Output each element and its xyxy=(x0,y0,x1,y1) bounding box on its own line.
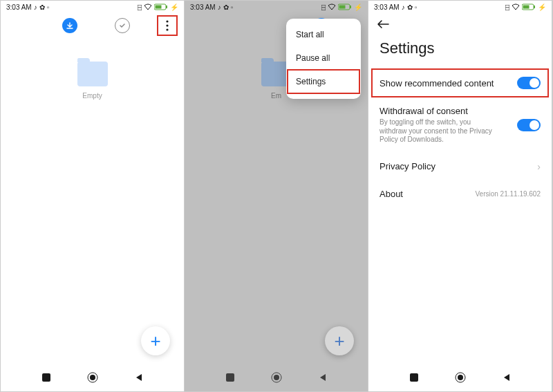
download-icon xyxy=(66,22,73,29)
tiktok-icon: ♪ xyxy=(402,3,405,11)
wifi-icon xyxy=(512,3,520,10)
status-bar: 3:03 AM ♪ ✿ ▫ ⌸ ⚡ xyxy=(368,1,552,13)
gear-icon: ✿ xyxy=(39,3,45,11)
svg-rect-17 xyxy=(534,6,535,8)
empty-label: Empty xyxy=(82,92,102,100)
page-title: Settings xyxy=(368,35,552,68)
svg-rect-18 xyxy=(410,373,418,382)
toolbar xyxy=(1,13,184,38)
add-fab[interactable]: + xyxy=(141,326,170,355)
battery-icon xyxy=(522,3,536,10)
empty-label: Em xyxy=(271,92,281,100)
battery-icon xyxy=(338,3,352,10)
menu-item-start-all[interactable]: Start all xyxy=(286,23,361,46)
toggle-show-recommended[interactable] xyxy=(517,77,541,89)
empty-state: Empty xyxy=(1,62,184,100)
battery-icon xyxy=(154,3,168,10)
svg-rect-10 xyxy=(339,6,346,9)
tiktok-icon: ♪ xyxy=(218,3,221,11)
svg-rect-6 xyxy=(42,373,50,382)
wifi-icon xyxy=(144,3,152,10)
wifi-icon xyxy=(328,3,336,10)
screen-settings: 3:03 AM ♪ ✿ ▫ ⌸ ⚡ Settings Show recommen… xyxy=(368,1,552,391)
overflow-menu-button[interactable] xyxy=(158,16,177,35)
setting-show-recommended[interactable]: Show recommended content xyxy=(371,68,549,97)
cast-icon: ⌸ xyxy=(321,3,326,11)
svg-rect-2 xyxy=(166,6,167,8)
setting-sublabel: By toggling off the switch, you withdraw… xyxy=(379,118,497,144)
status-time: 3:03 AM xyxy=(190,3,216,11)
nav-bar xyxy=(185,368,368,387)
cast-icon: ⌸ xyxy=(138,3,142,11)
svg-point-20 xyxy=(458,375,463,380)
recents-button[interactable] xyxy=(225,373,235,382)
cast-icon: ⌸ xyxy=(505,3,509,11)
gear-icon: ✿ xyxy=(223,3,229,11)
check-icon xyxy=(119,22,126,29)
home-button[interactable] xyxy=(271,372,282,383)
back-arrow-button[interactable] xyxy=(377,19,389,29)
chevron-right-icon: › xyxy=(537,161,541,172)
screen-downloads-home: 3:03 AM ♪ ✿ ▫ ⌸ ⚡ Empty + xyxy=(1,1,185,391)
folder-icon xyxy=(77,62,108,86)
menu-item-pause-all[interactable]: Pause all xyxy=(286,46,361,70)
bolt-icon: ⚡ xyxy=(354,3,362,11)
svg-point-4 xyxy=(166,24,168,26)
select-button[interactable] xyxy=(115,18,130,33)
setting-privacy-policy[interactable]: Privacy Policy › xyxy=(368,153,552,180)
nav-bar xyxy=(368,368,552,387)
svg-point-8 xyxy=(90,375,95,380)
plus-icon: + xyxy=(334,330,344,352)
more-vertical-icon xyxy=(166,20,169,31)
setting-label: About xyxy=(379,189,403,199)
status-time: 3:03 AM xyxy=(374,3,400,11)
recents-button[interactable] xyxy=(409,373,419,382)
setting-label: Show recommended content xyxy=(379,78,494,88)
svg-rect-12 xyxy=(226,373,234,382)
svg-point-5 xyxy=(166,28,168,30)
overflow-popup: Start all Pause all Settings xyxy=(286,19,361,99)
plus-icon: + xyxy=(150,330,160,352)
svg-rect-11 xyxy=(350,6,351,8)
add-fab[interactable]: + xyxy=(325,326,354,355)
svg-point-3 xyxy=(166,20,168,22)
nav-bar xyxy=(1,368,184,387)
downloading-button[interactable] xyxy=(62,18,77,33)
svg-point-14 xyxy=(274,375,279,380)
status-bar: 3:03 AM ♪ ✿ ▫ ⌸ ⚡ xyxy=(1,1,184,13)
svg-rect-1 xyxy=(156,6,162,9)
back-button[interactable] xyxy=(502,373,512,382)
home-button[interactable] xyxy=(87,372,98,383)
placeholder-icon: ▫ xyxy=(415,3,418,11)
screen-overflow-menu-open: 3:03 AM ♪ ✿ ▫ ⌸ ⚡ Em Start all Pause all… xyxy=(185,1,368,391)
status-bar: 3:03 AM ♪ ✿ ▫ ⌸ ⚡ xyxy=(185,1,368,13)
tiktok-icon: ♪ xyxy=(34,3,37,11)
setting-about[interactable]: About Version 21.11.19.602 xyxy=(368,180,552,207)
svg-rect-16 xyxy=(523,6,529,9)
gear-icon: ✿ xyxy=(407,3,413,11)
placeholder-icon: ▫ xyxy=(47,3,50,11)
setting-label: Withdrawal of consent xyxy=(379,106,497,116)
status-time: 3:03 AM xyxy=(6,3,32,11)
recents-button[interactable] xyxy=(41,373,51,382)
version-text: Version 21.11.19.602 xyxy=(475,190,541,198)
toggle-withdrawal-consent[interactable] xyxy=(517,119,541,131)
bolt-icon: ⚡ xyxy=(170,3,178,11)
placeholder-icon: ▫ xyxy=(231,3,234,11)
setting-label: Privacy Policy xyxy=(379,161,435,171)
setting-withdrawal-consent[interactable]: Withdrawal of consent By toggling off th… xyxy=(368,97,552,153)
back-button[interactable] xyxy=(134,373,144,382)
menu-item-settings[interactable]: Settings xyxy=(288,70,359,93)
bolt-icon: ⚡ xyxy=(538,3,546,11)
back-button[interactable] xyxy=(318,373,328,382)
home-button[interactable] xyxy=(455,372,466,383)
